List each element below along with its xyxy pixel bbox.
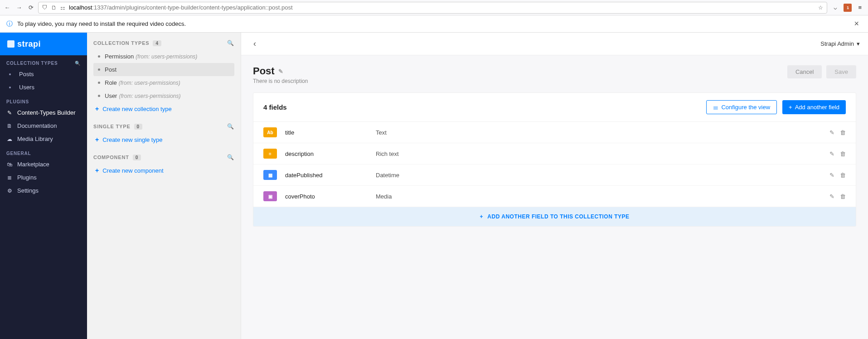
sidebar-item[interactable]: 🛍Marketplace <box>0 158 87 171</box>
edit-icon[interactable]: ✎ <box>829 150 834 157</box>
chevron-down-icon: ▾ <box>857 40 860 47</box>
dot-icon <box>98 82 100 84</box>
field-type-icon: ≡ <box>263 149 277 159</box>
general-heading: GENERAL <box>6 151 81 156</box>
collection-types-heading: COLLECTION TYPES 🔍 <box>6 61 81 66</box>
sidebar-item-label: Content-Types Builder <box>17 109 76 116</box>
user-menu[interactable]: Strapi Admin ▾ <box>820 40 860 47</box>
main-topbar: ‹ Strapi Admin ▾ <box>241 33 868 55</box>
search-icon[interactable]: 🔍 <box>227 154 234 160</box>
configure-view-button[interactable]: ⚌ Configure the view <box>706 100 777 114</box>
back-button[interactable]: ‹ <box>249 39 260 49</box>
permissions-icon: ⚏ <box>60 5 65 11</box>
sidebar-item[interactable]: 🗎Documentation <box>0 119 87 132</box>
secondary-item[interactable]: User(from: users-permissions) <box>93 89 234 102</box>
field-type: Text <box>376 129 829 136</box>
cancel-button[interactable]: Cancel <box>787 65 822 78</box>
notification-text: To play video, you may need to install t… <box>17 20 186 27</box>
content-type-description: There is no description <box>253 78 308 84</box>
plus-icon: + <box>95 105 99 112</box>
field-type: Datetime <box>376 172 829 179</box>
menu-icon: ⚙ <box>6 188 13 194</box>
fields-panel: 4 fields ⚌ Configure the view + Add anot… <box>253 92 856 227</box>
edit-icon[interactable]: ✎ <box>278 68 283 75</box>
content-area: Post ✎ There is no description Cancel Sa… <box>241 55 868 339</box>
extension-badge[interactable]: 1 <box>844 4 852 12</box>
info-icon: ⓘ <box>6 20 13 28</box>
sidebar-item-label: Documentation <box>17 122 57 129</box>
main-sidebar: strapi COLLECTION TYPES 🔍 PostsUsers PLU… <box>0 33 87 339</box>
add-field-button[interactable]: + Add another field <box>782 100 846 114</box>
edit-icon[interactable]: ✎ <box>829 129 834 136</box>
dot-icon <box>9 87 11 88</box>
sidebar-item[interactable]: ✎Content-Types Builder <box>0 106 87 119</box>
plugins-heading: PLUGINS <box>6 99 81 104</box>
logo[interactable]: strapi <box>0 33 87 55</box>
secondary-item[interactable]: Post <box>93 63 234 76</box>
component-count-badge: 0 <box>133 155 141 160</box>
sidebar-item-label: Posts <box>19 71 34 77</box>
menu-icon: 🛍 <box>6 161 13 168</box>
plus-icon: + <box>95 136 99 143</box>
sidebar-item[interactable]: ⚙Settings <box>0 184 87 197</box>
forward-icon[interactable]: → <box>15 4 23 11</box>
star-icon[interactable]: ☆ <box>818 5 823 11</box>
source-label: (from: users-permissions) <box>119 93 180 99</box>
collection-count-badge: 4 <box>153 40 161 46</box>
plus-icon: + <box>789 104 792 111</box>
sidebar-item[interactable]: ≣Plugins <box>0 171 87 184</box>
delete-icon[interactable]: 🗑 <box>840 172 846 179</box>
sidebar-item[interactable]: Users <box>0 81 87 94</box>
field-row: AbtitleText✎🗑 <box>253 122 856 143</box>
secondary-item[interactable]: Role(from: users-permissions) <box>93 76 234 89</box>
edit-icon[interactable]: ✎ <box>829 172 834 179</box>
search-icon[interactable]: 🔍 <box>227 40 234 46</box>
field-row: ▣coverPhotoMedia✎🗑 <box>253 186 856 207</box>
search-icon[interactable]: 🔍 <box>227 123 234 130</box>
dot-icon <box>9 73 11 75</box>
field-row: ▦datePublishedDatetime✎🗑 <box>253 165 856 186</box>
sidebar-item-label: Users <box>19 84 34 91</box>
delete-icon[interactable]: 🗑 <box>840 193 846 200</box>
sidebar-item[interactable]: ☁Media Library <box>0 132 87 145</box>
sec-component-heading: COMPONENT 0 🔍 <box>93 154 234 160</box>
url-bar[interactable]: ⛉ 🗋 ⚏ localhost:1337/admin/plugins/conte… <box>38 2 827 14</box>
secondary-item-label: Permission <box>105 53 134 60</box>
sec-collection-heading: COLLECTION TYPES 4 🔍 <box>93 40 234 46</box>
reload-icon[interactable]: ⟳ <box>27 4 34 11</box>
pocket-icon[interactable]: ⌵ <box>834 4 837 11</box>
secondary-item-label: User <box>105 92 117 99</box>
single-count-badge: 0 <box>134 124 142 130</box>
svg-rect-0 <box>7 40 15 48</box>
delete-icon[interactable]: 🗑 <box>840 150 846 157</box>
dot-icon <box>98 68 100 71</box>
sidebar-item[interactable]: Posts <box>0 68 87 81</box>
source-label: (from: users-permissions) <box>136 53 197 60</box>
field-type: Rich text <box>376 150 829 157</box>
create-collection-link[interactable]: + Create new collection type <box>93 102 234 115</box>
page-icon: 🗋 <box>51 5 57 11</box>
create-single-link[interactable]: + Create new single type <box>93 133 234 146</box>
sidebar-item-label: Marketplace <box>17 161 49 168</box>
save-button[interactable]: Save <box>826 65 856 78</box>
menu-icon: 🗎 <box>6 123 13 129</box>
edit-icon[interactable]: ✎ <box>829 193 834 200</box>
content-type-title: Post ✎ <box>253 65 308 77</box>
source-label: (from: users-permissions) <box>119 80 180 86</box>
logo-text: strapi <box>17 39 41 49</box>
add-another-field-row[interactable]: + ADD ANOTHER FIELD TO THIS COLLECTION T… <box>253 207 856 226</box>
back-icon[interactable]: ← <box>4 4 11 11</box>
delete-icon[interactable]: 🗑 <box>840 129 846 136</box>
secondary-item[interactable]: Permission(from: users-permissions) <box>93 50 234 63</box>
search-icon[interactable]: 🔍 <box>75 61 81 66</box>
field-type: Media <box>376 193 829 200</box>
create-component-link[interactable]: + Create new component <box>93 164 234 177</box>
menu-icon[interactable]: ≡ <box>858 4 862 11</box>
dot-icon <box>98 95 100 97</box>
menu-icon: ✎ <box>6 110 13 116</box>
field-type-icon: ▦ <box>263 170 277 180</box>
url-text: localhost:1337/admin/plugins/content-typ… <box>69 4 293 11</box>
plus-icon: + <box>480 213 483 220</box>
close-icon[interactable]: × <box>851 19 862 29</box>
field-name: title <box>285 129 376 136</box>
